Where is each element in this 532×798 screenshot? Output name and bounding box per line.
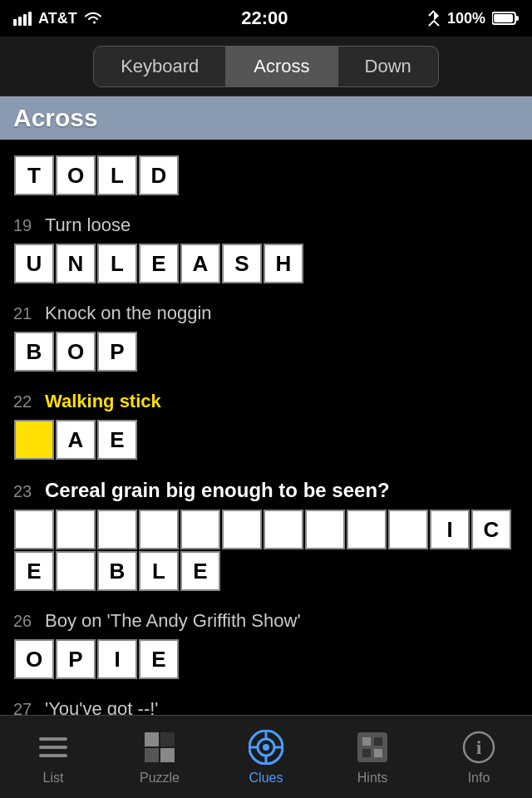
letter-box <box>56 551 96 591</box>
tab-puzzle[interactable]: Puzzle <box>118 729 201 786</box>
clue-number-19: 19 <box>13 216 38 235</box>
svg-rect-13 <box>160 748 175 762</box>
letter-box: I <box>97 639 137 679</box>
clue-text-22: Walking stick <box>45 391 161 412</box>
svg-rect-3 <box>28 12 32 26</box>
tab-clues-label: Clues <box>249 771 283 786</box>
clue-number-26: 26 <box>13 612 38 631</box>
letter-box <box>264 510 303 549</box>
section-header: Across <box>0 96 532 140</box>
letter-box <box>388 510 428 549</box>
tab-list[interactable]: List <box>12 729 95 786</box>
svg-point-16 <box>263 744 269 751</box>
svg-rect-0 <box>13 19 17 26</box>
clue-number-row-23: 23 Cereal grain big enough to be seen? <box>13 479 519 502</box>
letter-boxes-prev: T O L D <box>13 155 519 196</box>
tab-hints[interactable]: Hints <box>331 729 414 786</box>
letter-box: H <box>264 244 303 283</box>
letter-box: E <box>180 551 220 591</box>
letter-box: A <box>56 420 96 460</box>
clue-number-row-26: 26 Boy on 'The Andy Griffith Show' <box>13 610 519 632</box>
letter-box-yellow <box>14 420 54 460</box>
status-left: AT&T <box>13 10 102 27</box>
status-right: 100% <box>427 9 519 27</box>
letter-box: L <box>139 551 179 591</box>
letter-box <box>222 510 262 549</box>
puzzle-icon <box>141 729 178 766</box>
tab-info[interactable]: i Info <box>437 729 520 786</box>
letter-box: P <box>97 332 137 372</box>
letter-box: S <box>222 244 262 283</box>
tab-across[interactable]: Across <box>226 46 337 87</box>
battery-icon <box>492 11 519 26</box>
tab-list-label: List <box>43 771 64 786</box>
letter-box: B <box>14 332 54 372</box>
svg-rect-6 <box>494 14 513 22</box>
bluetooth-icon <box>427 9 441 27</box>
hints-icon <box>354 729 391 766</box>
status-time: 22:00 <box>241 7 288 29</box>
letter-box <box>56 510 96 549</box>
letter-box: E <box>139 639 179 679</box>
wifi-icon <box>84 11 102 26</box>
clue-number-row-21: 21 Knock on the noggin <box>13 303 519 324</box>
tab-puzzle-label: Puzzle <box>140 771 180 786</box>
tab-clues[interactable]: Clues <box>224 729 308 786</box>
svg-rect-1 <box>18 17 22 26</box>
clue-item-23[interactable]: 23 Cereal grain big enough to be seen? I… <box>0 470 532 602</box>
svg-rect-11 <box>160 732 175 746</box>
svg-text:i: i <box>476 736 482 758</box>
letter-boxes-23: I C E B L E <box>13 509 519 592</box>
letter-box: E <box>14 551 54 591</box>
letter-boxes-19: U N L E A S H <box>13 243 519 284</box>
letter-boxes-26: O P I E <box>13 638 519 680</box>
svg-rect-21 <box>374 749 382 757</box>
clue-number-22: 22 <box>13 392 38 411</box>
clue-text-23: Cereal grain big enough to be seen? <box>45 479 390 502</box>
status-bar: AT&T 22:00 100% <box>0 0 532 37</box>
letter-box: D <box>139 155 179 195</box>
letter-box: O <box>56 332 96 372</box>
section-title: Across <box>13 104 98 132</box>
clue-number-21: 21 <box>13 304 38 323</box>
tab-keyboard[interactable]: Keyboard <box>93 46 226 87</box>
clue-number-row-22: 22 Walking stick <box>13 391 519 412</box>
letter-box: C <box>471 510 511 549</box>
clue-item-27[interactable]: 27 'You've got --!' <box>0 690 532 715</box>
clue-item-26[interactable]: 26 Boy on 'The Andy Griffith Show' O P I… <box>0 602 532 690</box>
svg-rect-18 <box>362 737 371 746</box>
clue-item-22[interactable]: 22 Walking stick A E <box>0 382 532 470</box>
svg-rect-20 <box>362 749 371 757</box>
info-icon: i <box>461 729 497 766</box>
clue-item-21[interactable]: 21 Knock on the noggin B O P <box>0 294 532 382</box>
letter-box: B <box>97 551 137 591</box>
letter-box <box>14 510 54 549</box>
clue-item-19[interactable]: 19 Turn loose U N L E A S H <box>0 206 532 294</box>
clue-number-row-27: 27 'You've got --!' <box>13 698 519 715</box>
clues-list[interactable]: T O L D 19 Turn loose U N L E A S H 21 K… <box>0 140 532 715</box>
tab-down[interactable]: Down <box>337 46 439 87</box>
signal-icon <box>13 11 32 26</box>
clue-text-27: 'You've got --!' <box>45 698 159 715</box>
top-tab-bar: Keyboard Across Down <box>0 37 532 96</box>
svg-rect-17 <box>357 732 387 762</box>
letter-box: P <box>56 639 96 679</box>
letter-box: U <box>14 244 54 283</box>
letter-box: T <box>14 155 54 195</box>
letter-box: E <box>97 420 137 460</box>
clue-text-26: Boy on 'The Andy Griffith Show' <box>45 610 301 632</box>
svg-rect-7 <box>39 737 67 741</box>
letter-box: O <box>14 639 54 679</box>
svg-rect-8 <box>39 746 67 749</box>
clue-number-row-19: 19 Turn loose <box>13 214 519 236</box>
letter-box <box>305 510 345 549</box>
list-icon <box>35 729 71 766</box>
tab-info-label: Info <box>468 771 490 786</box>
svg-rect-9 <box>39 754 67 757</box>
clue-item-prev[interactable]: T O L D <box>0 146 532 206</box>
letter-box <box>180 510 220 549</box>
battery-label: 100% <box>447 10 485 27</box>
clue-number-27: 27 <box>13 700 38 715</box>
clue-text-21: Knock on the noggin <box>45 303 212 324</box>
letter-box: O <box>56 155 96 195</box>
